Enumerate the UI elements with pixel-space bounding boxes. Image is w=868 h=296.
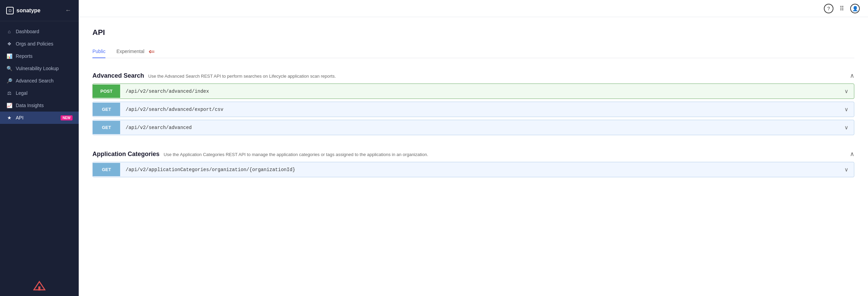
section-chevron-advanced-search: ∧ <box>850 72 854 79</box>
experimental-arrow-icon: ⇐ <box>149 47 155 56</box>
scroll-up-indicator <box>0 277 79 296</box>
section-desc-application-categories: Use the Application Categories REST API … <box>164 152 428 157</box>
logo: ◻ sonatype <box>6 7 40 14</box>
sidebar-item-advanced-search[interactable]: 🔎 Advanced Search <box>0 75 79 87</box>
sidebar-item-label-advanced-search: Advanced Search <box>16 78 73 83</box>
help-icon[interactable]: ? <box>824 4 833 13</box>
dashboard-icon: ⌂ <box>6 29 12 34</box>
page-title: API <box>92 28 854 37</box>
sidebar-item-reports[interactable]: 📊 Reports <box>0 50 79 62</box>
endpoint-chevron: ∨ <box>839 162 854 177</box>
endpoint-row-advanced-search-0[interactable]: POST /api/v2/search/advanced/index ∨ <box>92 83 854 99</box>
sidebar-item-label-data-insights: Data Insights <box>16 103 73 108</box>
data-insights-icon: 📈 <box>6 103 12 108</box>
sidebar-item-orgs-policies[interactable]: ❖ Orgs and Policies <box>0 38 79 50</box>
section-title-row: Advanced Search Use the Advanced Search … <box>92 72 336 79</box>
sidebar-nav: ⌂ Dashboard ❖ Orgs and Policies 📊 Report… <box>0 21 79 277</box>
tab-experimental[interactable]: Experimental <box>116 45 144 58</box>
section-desc-advanced-search: Use the Advanced Search REST API to perf… <box>148 74 336 79</box>
method-badge-get: GET <box>93 103 120 116</box>
section-header-application-categories[interactable]: Application Categories Use the Applicati… <box>92 146 854 162</box>
endpoint-path: /api/v2/search/advanced/index <box>120 85 839 98</box>
endpoint-chevron: ∨ <box>839 120 854 135</box>
grid-icon[interactable]: ⠿ <box>840 5 844 12</box>
section-header-advanced-search[interactable]: Advanced Search Use the Advanced Search … <box>92 68 854 83</box>
tabs-container: Public Experimental ⇐ <box>92 45 854 58</box>
reports-icon: 📊 <box>6 53 12 59</box>
endpoint-row-advanced-search-1[interactable]: GET /api/v2/search/advanced/export/csv ∨ <box>92 102 854 117</box>
vulnerability-lookup-icon: 🔍 <box>6 66 12 71</box>
endpoint-path: /api/v2/search/advanced/export/csv <box>120 103 839 116</box>
sidebar-item-label-dashboard: Dashboard <box>16 29 73 34</box>
api-sections: Advanced Search Use the Advanced Search … <box>92 68 854 177</box>
sidebar-item-data-insights[interactable]: 📈 Data Insights <box>0 99 79 112</box>
endpoint-chevron: ∨ <box>839 102 854 117</box>
sidebar-item-label-vulnerability-lookup: Vulnerability Lookup <box>16 66 73 71</box>
user-icon[interactable]: 👤 <box>850 4 860 13</box>
content-area: API Public Experimental ⇐ Advanced Searc… <box>79 17 868 296</box>
section-chevron-application-categories: ∧ <box>850 150 854 158</box>
sidebar-item-label-orgs-policies: Orgs and Policies <box>16 41 73 47</box>
method-badge-get: GET <box>93 163 120 176</box>
sidebar: ◻ sonatype ← ⌂ Dashboard ❖ Orgs and Poli… <box>0 0 79 296</box>
sidebar-item-label-legal: Legal <box>16 90 73 96</box>
new-badge: NEW <box>61 115 73 120</box>
sidebar-item-dashboard[interactable]: ⌂ Dashboard <box>0 25 79 38</box>
endpoint-chevron: ∨ <box>839 84 854 99</box>
section-title-advanced-search: Advanced Search <box>92 72 144 79</box>
method-badge-post: POST <box>93 85 120 98</box>
sidebar-item-legal[interactable]: ⚖ Legal <box>0 87 79 99</box>
endpoint-path: /api/v2/search/advanced <box>120 121 839 134</box>
sidebar-header: ◻ sonatype ← <box>0 0 79 21</box>
section-advanced-search: Advanced Search Use the Advanced Search … <box>92 68 854 135</box>
tab-public[interactable]: Public <box>92 45 105 58</box>
method-badge-get: GET <box>93 121 120 134</box>
sidebar-collapse-button[interactable]: ← <box>64 5 73 15</box>
sidebar-item-vulnerability-lookup[interactable]: 🔍 Vulnerability Lookup <box>0 62 79 75</box>
sidebar-item-label-reports: Reports <box>16 53 73 59</box>
sidebar-item-label-api: API <box>16 115 57 120</box>
topbar: ? ⠿ 👤 <box>79 0 868 17</box>
endpoint-row-advanced-search-2[interactable]: GET /api/v2/search/advanced ∨ <box>92 120 854 135</box>
section-title-application-categories: Application Categories <box>92 151 159 158</box>
main-wrapper: ? ⠿ 👤 API Public Experimental ⇐ Advanced… <box>79 0 868 296</box>
section-title-row: Application Categories Use the Applicati… <box>92 151 428 158</box>
endpoint-row-application-categories-0[interactable]: GET /api/v2/applicationCategories/organi… <box>92 162 854 177</box>
svg-rect-1 <box>38 286 40 291</box>
sidebar-item-api[interactable]: ★ API NEW <box>0 112 79 124</box>
section-application-categories: Application Categories Use the Applicati… <box>92 146 854 177</box>
endpoint-path: /api/v2/applicationCategories/organizati… <box>120 163 839 177</box>
orgs-policies-icon: ❖ <box>6 41 12 47</box>
api-icon: ★ <box>6 115 12 120</box>
advanced-search-icon: 🔎 <box>6 78 12 83</box>
logo-icon: ◻ <box>6 7 14 14</box>
logo-text: sonatype <box>16 8 40 14</box>
legal-icon: ⚖ <box>6 90 12 96</box>
